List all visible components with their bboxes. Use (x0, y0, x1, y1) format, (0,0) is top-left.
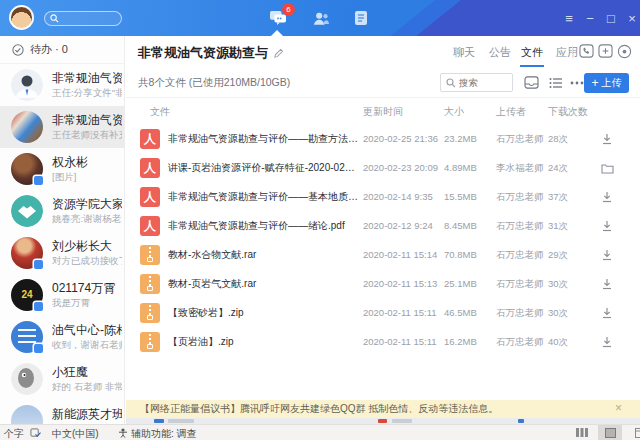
file-row[interactable]: 人非常规油气资源勘查与评价——绪论.pdf2020-02-12 9:248.45… (126, 211, 640, 240)
archive-file-icon (140, 332, 160, 352)
chat-name: 小狂魔 (52, 364, 122, 381)
transfer-badge-icon (34, 176, 43, 185)
close-button[interactable]: × (621, 0, 640, 36)
file-row[interactable]: 【致密砂岩】.zip2020-02-11 15:1146.5MB石万忠老师30次 (126, 298, 640, 327)
documents-button[interactable] (350, 8, 372, 28)
download-button[interactable] (598, 275, 616, 293)
file-toolbar: 共8个文件 (已使用210MB/10GB) (126, 66, 640, 98)
screen-record-button[interactable] (616, 43, 633, 59)
file-size: 15.5MB (444, 191, 477, 202)
download-icon (601, 336, 613, 348)
chat-list-item[interactable]: 非常规油气资源王任老师没有补充 (0, 106, 125, 148)
file-name[interactable]: 【致密砂岩】.zip (168, 306, 358, 320)
menu-button[interactable]: ≡ (558, 0, 580, 36)
download-button[interactable] (598, 246, 616, 264)
messages-button[interactable]: 6 (267, 8, 289, 28)
chat-name: 刘少彬长大 (52, 238, 122, 255)
search-icon (446, 78, 456, 88)
close-icon[interactable]: × (615, 401, 622, 415)
upload-button[interactable]: + 上传 (584, 73, 629, 93)
plus-icon: + (591, 78, 598, 88)
file-name[interactable]: 非常规油气资源勘查与评价——基本地质特征.pdf (168, 190, 358, 204)
download-button[interactable] (598, 188, 616, 206)
chat-list-item[interactable]: 油气中心-陈相收到，谢谢石老师 (0, 316, 125, 358)
chat-name: 非常规油气资源 (52, 70, 122, 87)
add-button[interactable] (597, 43, 614, 59)
drive-button[interactable] (522, 73, 541, 92)
user-avatar[interactable] (9, 5, 34, 30)
chat-preview: 王任:分享文件"非常 (52, 87, 122, 100)
language-indicator[interactable]: 中文(中国) (52, 427, 99, 440)
file-row[interactable]: 人非常规油气资源勘查与评价——基本地质特征.pdf2020-02-14 9:35… (126, 182, 640, 211)
file-row[interactable]: 人讲课-页岩油资源评价-赋存特征-2020-02-22.pdf2020-02-2… (126, 153, 640, 182)
chat-list-item[interactable]: 非常规油气资源王任:分享文件"非常 (0, 64, 125, 106)
download-button[interactable] (598, 130, 616, 148)
file-name[interactable]: 【页岩油】.zip (168, 335, 358, 349)
tab-chat[interactable]: 聊天 (453, 45, 475, 60)
download-button[interactable] (598, 217, 616, 235)
chat-name: 非常规油气资源 (52, 112, 122, 129)
file-row[interactable]: 人非常规油气资源勘查与评价——勘查方法与技术.pdf2020-02-25 21:… (126, 124, 640, 153)
read-mode-button[interactable] (570, 425, 594, 440)
spellcheck-icon[interactable] (30, 428, 41, 438)
call-button[interactable] (578, 43, 595, 59)
file-downloads: 37次 (548, 191, 568, 204)
todo-row[interactable]: 待办 · 0 (0, 36, 125, 64)
file-downloads: 28次 (548, 133, 568, 146)
file-size: 46.5MB (444, 307, 477, 318)
search-input[interactable] (59, 14, 114, 24)
chat-list-item[interactable]: 24021174万霄我是万霄 (0, 274, 125, 316)
group-title: 非常规油气资源勘查与 (138, 44, 268, 62)
file-search-input[interactable] (459, 77, 507, 88)
file-name[interactable]: 讲课-页岩油资源评价-赋存特征-2020-02-22.pdf (168, 161, 358, 175)
archive-file-icon (140, 303, 160, 323)
col-updated: 更新时间 (363, 105, 403, 119)
list-view-button[interactable] (546, 73, 565, 92)
file-row[interactable]: 教材-水合物文献.rar2020-02-11 15:1470.8MB石万忠老师2… (126, 240, 640, 269)
tab-files[interactable]: 文件 (521, 45, 543, 60)
header-divider (572, 46, 573, 58)
pdf-file-icon: 人 (140, 158, 160, 178)
chat-list-item[interactable]: 刘少彬长大对方已成功接收了您 (0, 232, 125, 274)
folder-icon (601, 163, 614, 174)
drive-icon (524, 76, 539, 89)
word-count[interactable]: 个字 (4, 427, 24, 440)
contacts-button[interactable] (310, 8, 332, 28)
maximize-button[interactable]: □ (600, 0, 622, 36)
web-layout-icon (635, 428, 640, 438)
print-layout-button[interactable] (598, 425, 622, 440)
file-updated: 2020-02-11 15:11 (363, 307, 437, 318)
chat-list-item[interactable]: 资源学院大家庭姚春亮:谢谢杨老师, (0, 190, 125, 232)
download-icon (601, 133, 613, 145)
titlebar-search[interactable] (44, 11, 122, 26)
file-name[interactable]: 非常规油气资源勘查与评价——勘查方法与技术.pdf (168, 132, 358, 146)
search-icon (50, 14, 59, 23)
chat-name: 021174万霄 (52, 280, 122, 297)
file-name[interactable]: 教材-页岩气文献.rar (168, 277, 358, 291)
file-updated: 2020-02-11 15:11 (363, 336, 437, 347)
file-updated: 2020-02-11 15:13 (363, 278, 437, 289)
download-button[interactable] (598, 304, 616, 322)
tab-apps[interactable]: 应用 (556, 45, 578, 60)
file-row[interactable]: 教材-页岩气文献.rar2020-02-11 15:1325.1MB石万忠老师3… (126, 269, 640, 298)
notice-text: 【网络正能量倡议书】腾讯呼吁网友共建绿色QQ群 抵制色情、反动等违法信息。 (140, 402, 600, 416)
chat-list-item[interactable]: 权永彬[图片] (0, 148, 125, 190)
chat-list-item[interactable]: 小狂魔好的 石老师 非常感 (0, 358, 125, 400)
minimize-button[interactable]: − (579, 0, 601, 36)
download-button[interactable] (598, 333, 616, 351)
file-row[interactable]: 【页岩油】.zip2020-02-11 15:1116.2MB石万忠老师40次 (126, 327, 640, 356)
print-layout-icon (605, 428, 616, 438)
chat-list-item[interactable]: 新能源英才班0 (0, 400, 125, 424)
edit-pencil-icon[interactable] (273, 48, 284, 59)
file-uploader: 李水福老师 (496, 162, 544, 175)
tab-announcements[interactable]: 公告 (489, 45, 511, 60)
file-name[interactable]: 教材-水合物文献.rar (168, 248, 358, 262)
file-size: 16.2MB (444, 336, 477, 347)
web-layout-button[interactable] (628, 425, 640, 440)
file-name[interactable]: 非常规油气资源勘查与评价——绪论.pdf (168, 219, 358, 233)
open-folder-button[interactable] (598, 159, 616, 177)
file-search[interactable] (440, 73, 513, 92)
list-view-icon (549, 77, 563, 89)
accessibility-status[interactable]: 辅助功能: 调查 (131, 427, 197, 440)
file-downloads: 31次 (548, 220, 568, 233)
